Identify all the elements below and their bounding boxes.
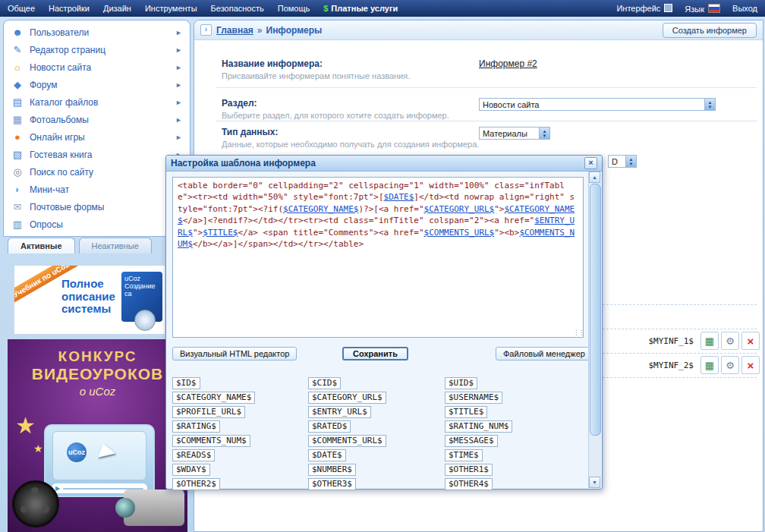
hidden-partial-select[interactable]: D ▲▼	[608, 155, 637, 168]
photo-albums-icon: ▦	[11, 114, 24, 125]
contest-title-line3: о uCoz	[8, 385, 187, 398]
variable-button[interactable]: $OTHER1$	[445, 464, 493, 476]
breadcrumb-current: Информеры	[266, 25, 323, 36]
create-informer-button[interactable]: Создать информер	[663, 23, 757, 38]
variable-button[interactable]: $USERNAME$	[445, 392, 502, 404]
site-news-icon: ☼	[11, 61, 24, 73]
menu-security[interactable]: Безопасность	[211, 4, 264, 13]
variable-button[interactable]: $RATING_NUM$	[445, 420, 512, 433]
top-menu-bar: Общее Настройки Дизайн Инструменты Безоп…	[0, 0, 765, 17]
variable-button[interactable]: $UID$	[445, 377, 477, 389]
scrollbar-thumb[interactable]	[590, 184, 601, 436]
interface-toggle[interactable]: Интерфейс	[616, 4, 672, 13]
delete-button[interactable]: ×	[741, 332, 760, 350]
template-table-button[interactable]: ▦	[700, 356, 719, 374]
spinner-icon[interactable]: ▲▼	[539, 127, 549, 139]
tutorial-cd-image	[134, 310, 156, 331]
variable-button[interactable]: $DATE$	[308, 449, 346, 461]
wrench-icon: ⚙	[726, 335, 735, 347]
template-code-editor[interactable]: <table border="0" cellpadding="2" cellsp…	[172, 177, 584, 338]
breadcrumb-arrow-icon: ›	[200, 24, 212, 36]
video-contest-banner[interactable]: КОНКУРС ВИДЕОУРОКОВ о uCoz ★ ★ uCoz ▶	[8, 339, 187, 532]
sidebar-item-mini-chat[interactable]: ◗Мини-чат►	[4, 181, 190, 198]
variable-button[interactable]: $COMMENTS_URL$	[308, 435, 386, 447]
sidebar-item-guestbook[interactable]: ▧Гостевая книга►	[4, 146, 190, 163]
variable-button[interactable]: $CATEGORY_URL$	[308, 392, 386, 404]
template-table-button[interactable]: ▦	[700, 332, 719, 350]
tab-active[interactable]: Активные	[8, 238, 75, 253]
close-icon[interactable]: ×	[584, 157, 597, 169]
scroll-down-icon[interactable]: ▼	[589, 477, 600, 488]
sidebar-item-page-editor[interactable]: ✎Редактор страниц►	[4, 41, 190, 58]
variable-button[interactable]: $TITLE$	[445, 406, 487, 418]
mail-forms-icon: ✉	[11, 201, 24, 212]
menu-general[interactable]: Общее	[8, 4, 35, 13]
variable-button[interactable]: $CID$	[308, 377, 341, 389]
informer-name-hint: Присваивайте информерам понятные названи…	[222, 71, 410, 80]
logout-link[interactable]: Выход	[732, 4, 757, 13]
data-type-hint: Данные, которые необходимо получать для …	[222, 140, 479, 149]
contest-title-line2: ВИДЕОУРОКОВ	[8, 365, 187, 383]
menu-settings[interactable]: Настройки	[49, 4, 90, 13]
informer-row: $MYINF_2$ ▦ ⚙ ×	[648, 355, 760, 375]
variable-button[interactable]: $WDAY$	[172, 464, 210, 476]
dialog-scrollbar[interactable]: ▲ ▼	[588, 172, 601, 488]
spinner-icon[interactable]: ▲▼	[625, 156, 636, 167]
variable-button[interactable]: $READS$	[172, 449, 215, 461]
resize-grip[interactable]: ⋮⋮	[573, 329, 584, 336]
sidebar-item-forum[interactable]: ◆Форум►	[4, 76, 190, 93]
variable-button[interactable]: $RATED$	[308, 420, 351, 433]
variable-button[interactable]: $OTHER3$	[308, 478, 356, 490]
variable-button[interactable]: $PROFILE_URL$	[172, 406, 245, 418]
configure-button[interactable]: ⚙	[721, 356, 739, 374]
language-selector[interactable]: Язык	[685, 4, 720, 14]
delete-button[interactable]: ×	[741, 356, 760, 374]
forum-icon: ◆	[11, 79, 24, 90]
menu-design[interactable]: Дизайн	[103, 4, 131, 13]
sidebar-item-polls[interactable]: ▥Опросы►	[4, 216, 190, 233]
sidebar-item-file-catalog[interactable]: ▤Каталог файлов►	[4, 93, 190, 111]
tutorial-text: Полное описание системы	[61, 278, 127, 316]
sidebar-item-mail-forms[interactable]: ✉Почтовые формы►	[4, 198, 190, 216]
spinner-icon[interactable]: ▲▼	[704, 99, 715, 110]
variable-button[interactable]: $TIME$	[445, 449, 483, 461]
variable-button[interactable]: $ENTRY_URL$	[308, 406, 371, 418]
file-manager-button[interactable]: Файловый менеджер	[496, 347, 593, 360]
menu-paid-services[interactable]: $ Платные услуги	[323, 4, 398, 13]
variable-button[interactable]: $OTHER4$	[445, 478, 493, 490]
delete-icon: ×	[748, 359, 754, 372]
sidebar-item-online-games[interactable]: ●Онлайн игры►	[4, 128, 190, 146]
variable-button[interactable]: $COMMENTS_NUM$	[172, 435, 250, 447]
cursor-icon	[98, 443, 118, 463]
visual-editor-button[interactable]: Визуальный HTML редактор	[172, 347, 297, 360]
sidebar-item-site-search[interactable]: ◎Поиск по сайту►	[4, 163, 190, 181]
informer-name-input[interactable]: Информер #2	[479, 58, 537, 69]
section-label: Раздел:	[222, 98, 257, 109]
menu-tools[interactable]: Инструменты	[145, 4, 197, 13]
chevron-right-icon: ►	[175, 64, 182, 71]
variable-button[interactable]: $CATEGORY_NAME$	[172, 392, 255, 404]
table-icon: ▦	[705, 335, 714, 347]
template-settings-dialog: Настройка шаблона информера × <table bor…	[165, 155, 603, 490]
dialog-titlebar[interactable]: Настройка шаблона информера ×	[166, 156, 602, 172]
sidebar-item-site-news[interactable]: ☼Новости сайта►	[4, 58, 190, 76]
variable-button[interactable]: $NUMBER$	[308, 464, 356, 476]
menu-help[interactable]: Помощь	[278, 4, 310, 13]
section-select[interactable]: Новости сайта ▲▼	[479, 98, 716, 111]
variable-button[interactable]: $OTHER2$	[172, 478, 220, 490]
sidebar-item-users[interactable]: ☻Пользователи►	[4, 24, 190, 41]
video-camera-image	[124, 490, 184, 526]
sidebar-item-photo-albums[interactable]: ▦Фотоальбомы►	[4, 111, 190, 128]
variable-button[interactable]: $ID$	[172, 377, 200, 389]
ucoz-tutorial-banner[interactable]: Учебник по uCoz Полное описание системы …	[14, 265, 165, 335]
film-reel-image	[12, 480, 59, 527]
scroll-up-icon[interactable]: ▲	[589, 172, 600, 183]
tab-inactive[interactable]: Неактивные	[79, 238, 152, 253]
variable-button[interactable]: $RATING$	[172, 420, 220, 433]
save-button[interactable]: Сохранить	[342, 347, 408, 360]
configure-button[interactable]: ⚙	[721, 332, 739, 350]
variable-button[interactable]: $MESSAGE$	[445, 435, 498, 447]
data-type-select[interactable]: Материалы ▲▼	[479, 127, 550, 140]
breadcrumb-home-link[interactable]: Главная	[216, 25, 253, 36]
interface-icon	[664, 4, 672, 12]
